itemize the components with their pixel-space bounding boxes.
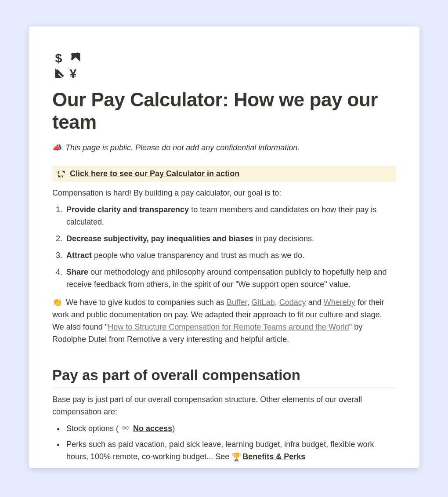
trophy-icon: 🏆 <box>231 453 241 461</box>
section-intro: Base pay is just part of our overall com… <box>52 394 396 418</box>
link-codacy[interactable]: Codacy <box>279 298 306 307</box>
public-notice: 📣 This page is public. Please do not add… <box>52 143 396 152</box>
svg-marker-10 <box>58 174 61 177</box>
link-article[interactable]: How to Structure Compensation for Remote… <box>108 323 349 331</box>
kudos-text: We have to give kudos to companies such … <box>64 298 227 307</box>
megaphone-icon: 📣 <box>52 143 62 152</box>
callout-pay-calculator: $¥ Click here to see our Pay Calculator … <box>52 166 396 182</box>
svg-text:$: $ <box>55 51 62 65</box>
goal-rest: people who value transparency and trust … <box>92 251 304 260</box>
sep: , <box>275 298 279 307</box>
goal-bold: Share <box>66 268 88 276</box>
list-item: Provide clarity and transparency to team… <box>65 204 396 229</box>
mention-benefits-perks[interactable]: Benefits & Perks <box>242 452 305 461</box>
svg-text:¥: ¥ <box>61 174 64 178</box>
list-item: Share our methodology and philosophy aro… <box>65 266 396 291</box>
bullet-text: Stock options ( <box>66 424 121 433</box>
page-title: Our Pay Calculator: How we pay our team <box>52 89 396 133</box>
goal-bold: Provide clarity and transparency <box>66 205 189 214</box>
eye-off-icon: 👁 <box>122 424 130 433</box>
list-item: Attract people who value transparency an… <box>65 250 396 262</box>
link-buffer[interactable]: Buffer <box>227 298 247 307</box>
link-whereby[interactable]: Whereby <box>324 298 355 307</box>
kudos-paragraph: 👏 We have to give kudos to companies suc… <box>52 297 396 346</box>
svg-text:$: $ <box>58 171 60 174</box>
compensation-elements-list: Stock options ( 👁 No access) Perks such … <box>52 423 396 464</box>
goals-list: Provide clarity and transparency to team… <box>52 204 396 290</box>
bullet-text: ) <box>172 424 175 433</box>
goal-rest: in pay decisions. <box>253 234 314 243</box>
section-heading: Pay as part of overall compensation <box>52 367 396 388</box>
goal-bold: Decrease subjectivity, pay inequalities … <box>66 234 253 243</box>
sep: , <box>247 298 252 307</box>
currency-exchange-icon: $ ¥ <box>52 50 396 81</box>
clap-icon: 👏 <box>52 298 62 307</box>
list-item: Stock options ( 👁 No access) <box>65 423 396 435</box>
currency-exchange-small-icon: $¥ <box>58 170 65 178</box>
link-gitlab[interactable]: GitLab <box>252 298 275 307</box>
goal-rest: our methodology and philosophy around co… <box>66 268 387 289</box>
intro-paragraph: Compensation is hard! By building a pay … <box>52 187 396 200</box>
svg-text:¥: ¥ <box>69 66 76 80</box>
list-item: Perks such as paid vacation, paid sick l… <box>65 439 396 464</box>
bullet-text: Perks such as paid vacation, paid sick l… <box>66 440 374 461</box>
mention-no-access[interactable]: No access <box>133 424 172 433</box>
callout-link[interactable]: Click here to see our Pay Calculator in … <box>70 169 239 178</box>
document-page: $ ¥ Our Pay Calculator: How we pay our t… <box>29 26 419 468</box>
goal-bold: Attract <box>66 251 92 260</box>
list-item: Decrease subjectivity, pay inequalities … <box>65 233 396 245</box>
svg-marker-9 <box>62 171 65 173</box>
notice-text: This page is public. Please do not add a… <box>65 143 300 152</box>
sep: and <box>306 298 324 307</box>
